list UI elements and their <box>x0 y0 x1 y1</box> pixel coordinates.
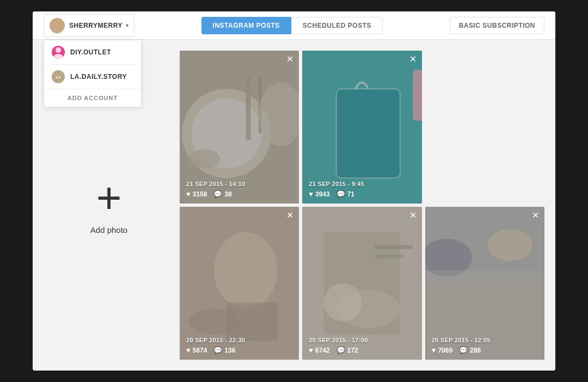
post-comments-1: 💬 38 <box>213 190 231 198</box>
chevron-down-icon: ▾ <box>126 22 128 28</box>
post-stats-5: ♥ 7069 💬 286 <box>432 346 538 354</box>
account-name: SHERRYMERRY <box>69 22 122 29</box>
comments-count-3: 136 <box>224 347 235 354</box>
post-date-5: 20 SEP 2015 - 12:05 <box>432 337 538 343</box>
post-card-4[interactable]: ✕ 20 SEP 2015 - 17:00 ♥ 6742 💬 172 <box>302 207 421 360</box>
header-right: BASIC SUBSCRIPTION <box>450 17 544 34</box>
post-comments-3: 💬 136 <box>213 346 235 354</box>
post-close-4[interactable]: ✕ <box>409 211 416 220</box>
la-name: LA.DAILY.STORY <box>70 73 127 81</box>
comment-icon-5: 💬 <box>459 346 468 354</box>
heart-icon-5: ♥ <box>432 346 436 354</box>
post-card-5[interactable]: ✕ 20 SEP 2015 - 12:05 ♥ 7069 💬 286 <box>425 207 544 360</box>
add-account-button[interactable]: ADD ACCOUNT <box>44 89 141 107</box>
likes-count-4: 6742 <box>315 347 330 354</box>
account-avatar <box>50 18 65 33</box>
post-comments-4: 💬 172 <box>336 346 358 354</box>
post-card-2[interactable]: ✕ 21 SEP 2015 - 9:45 ♥ 3943 💬 71 <box>302 51 421 204</box>
likes-count-5: 7069 <box>438 347 452 354</box>
post-info-4: 20 SEP 2015 - 17:00 ♥ 6742 💬 172 <box>302 331 421 360</box>
heart-icon-2: ♥ <box>309 190 313 198</box>
post-stats-2: ♥ 3943 💬 71 <box>309 190 415 198</box>
post-likes-2: ♥ 3943 <box>309 190 329 198</box>
heart-icon-1: ♥ <box>186 190 191 198</box>
post-date-2: 21 SEP 2015 - 9:45 <box>309 181 415 187</box>
comments-count-2: 71 <box>347 190 354 198</box>
post-close-5[interactable]: ✕ <box>532 211 539 220</box>
post-card-3[interactable]: ✕ 20 SEP 2015 - 22:30 ♥ 5674 💬 136 <box>180 207 299 360</box>
dropdown-item-diy[interactable]: DIY.OUTLET <box>44 40 141 65</box>
tab-instagram-posts[interactable]: INSTAGRAM POSTS <box>201 17 291 34</box>
post-close-3[interactable]: ✕ <box>286 211 293 220</box>
post-likes-1: ♥ 3158 <box>186 190 207 198</box>
account-dropdown: DIY.OUTLET La LA.DAILY.STORY ADD ACCOUNT <box>44 40 142 107</box>
comment-icon-3: 💬 <box>213 346 222 354</box>
svg-point-1 <box>52 28 63 33</box>
heart-icon-4: ♥ <box>309 346 313 354</box>
comment-icon-2: 💬 <box>336 190 345 198</box>
plus-icon: + <box>96 176 122 220</box>
post-comments-2: 💬 71 <box>336 190 354 198</box>
likes-count-2: 3943 <box>315 190 330 198</box>
post-date-4: 20 SEP 2015 - 17:00 <box>309 337 415 343</box>
comment-icon-4: 💬 <box>336 346 345 354</box>
tab-scheduled-posts[interactable]: SCHEDULED POSTS <box>291 17 383 34</box>
heart-icon-3: ♥ <box>186 346 191 354</box>
post-likes-5: ♥ 7069 <box>432 346 452 354</box>
comments-count-1: 38 <box>224 190 231 198</box>
post-stats-3: ♥ 5674 💬 136 <box>186 346 292 354</box>
la-avatar: La <box>52 70 65 83</box>
post-info-2: 21 SEP 2015 - 9:45 ♥ 3943 💬 71 <box>302 175 421 204</box>
likes-count-1: 3158 <box>193 190 207 198</box>
post-info-1: 21 SEP 2015 - 14:10 ♥ 3158 💬 38 <box>180 175 299 204</box>
post-likes-4: ♥ 6742 <box>309 346 329 354</box>
post-stats-1: ♥ 3158 💬 38 <box>186 190 292 198</box>
svg-point-0 <box>54 20 60 27</box>
post-card-1[interactable]: ✕ 21 SEP 2015 - 14:10 ♥ 3158 💬 38 <box>180 51 299 204</box>
post-comments-5: 💬 286 <box>459 346 481 354</box>
dropdown-item-la[interactable]: La LA.DAILY.STORY <box>44 65 141 89</box>
svg-point-3 <box>53 54 63 59</box>
app-window: SHERRYMERRY ▾ INSTAGRAM POSTS SCHEDULED … <box>33 11 555 371</box>
post-info-3: 20 SEP 2015 - 22:30 ♥ 5674 💬 136 <box>180 331 299 360</box>
svg-point-2 <box>56 47 61 53</box>
header: SHERRYMERRY ▾ INSTAGRAM POSTS SCHEDULED … <box>33 11 555 40</box>
diy-name: DIY.OUTLET <box>70 48 111 56</box>
comments-count-4: 172 <box>347 347 358 354</box>
posts-grid: ✕ 21 SEP 2015 - 14:10 ♥ 3158 💬 38 <box>180 51 544 360</box>
post-close-1[interactable]: ✕ <box>286 55 293 64</box>
post-stats-4: ♥ 6742 💬 172 <box>309 346 415 354</box>
header-tabs: INSTAGRAM POSTS SCHEDULED POSTS <box>201 17 383 34</box>
post-date-1: 21 SEP 2015 - 14:10 <box>186 181 292 187</box>
post-date-3: 20 SEP 2015 - 22:30 <box>186 337 292 343</box>
post-likes-3: ♥ 5674 <box>186 346 207 354</box>
comment-icon-1: 💬 <box>213 190 222 198</box>
likes-count-3: 5674 <box>193 347 207 354</box>
account-selector[interactable]: SHERRYMERRY ▾ <box>44 14 134 37</box>
post-info-5: 20 SEP 2015 - 12:05 ♥ 7069 💬 286 <box>425 331 544 360</box>
add-photo-label: Add photo <box>90 225 127 235</box>
post-close-2[interactable]: ✕ <box>409 55 416 64</box>
header-left: SHERRYMERRY ▾ <box>44 14 134 37</box>
diy-avatar <box>52 46 65 59</box>
subscription-button[interactable]: BASIC SUBSCRIPTION <box>450 17 544 34</box>
comments-count-5: 286 <box>470 347 481 354</box>
